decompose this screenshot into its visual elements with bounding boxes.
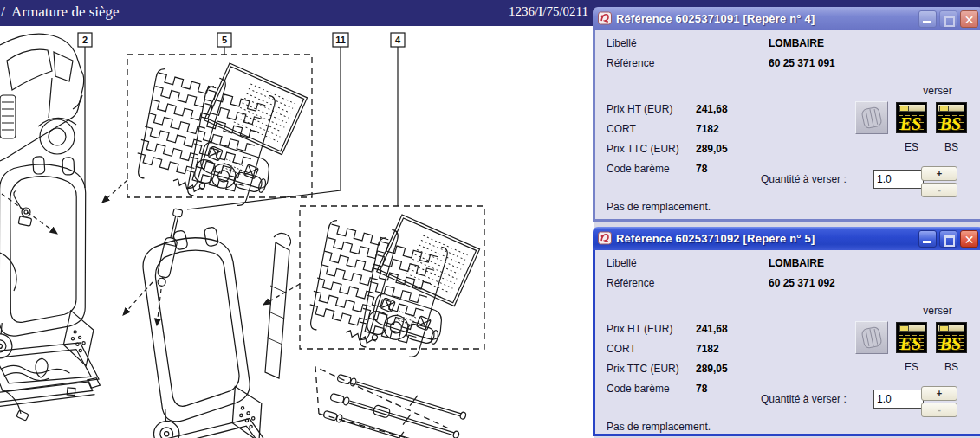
window-app-icon [598, 11, 612, 25]
window-body: Libellé LOMBAIRE Référence 60 25 371 092… [593, 250, 980, 436]
verser-label: verser [899, 305, 977, 317]
gas-strut [155, 208, 185, 287]
seatbelt-bracket [265, 233, 291, 378]
price-ht-label: Prix HT (EUR) [607, 103, 672, 115]
quantity-input[interactable] [873, 170, 924, 189]
bs-label: BS [936, 361, 967, 373]
maximize-button[interactable] [939, 230, 957, 248]
bs-tariff-icon[interactable]: BS [936, 102, 967, 133]
cort-label: CORT [607, 343, 636, 355]
window-body: Libellé LOMBAIRE Référence 60 25 371 091… [593, 30, 980, 222]
verser-label: verser [899, 85, 977, 97]
svg-text:5: 5 [222, 35, 227, 45]
reference-label: Référence [607, 277, 654, 289]
window-titlebar[interactable]: Référence 6025371091 [Repère n° 4] ✕ [593, 7, 980, 30]
callout-2[interactable]: 2 [78, 33, 92, 188]
application-screen: / Armature de siège 1236/I/75/0211 [0, 0, 980, 438]
quantity-plus-button[interactable]: + [921, 166, 957, 181]
es-tariff-icon[interactable]: ES [896, 102, 927, 133]
svg-text:4: 4 [395, 35, 401, 45]
window-title: Référence 6025371091 [Repère n° 4] [616, 12, 815, 25]
close-button[interactable]: ✕ [960, 10, 978, 28]
minimize-button[interactable] [918, 10, 937, 28]
close-button[interactable]: ✕ [960, 230, 978, 248]
no-replacement-text: Pas de remplacement. [607, 421, 711, 433]
libelle-label: Libellé [607, 37, 637, 49]
quantity-input[interactable] [873, 390, 924, 409]
minimize-button[interactable] [918, 230, 937, 248]
seat-frame-diagram: 2 5 11 4 [0, 26, 594, 438]
window-title: Référence 6025371092 [Repère n° 5] [616, 232, 815, 245]
quantity-label: Quantité à verser : [761, 393, 847, 405]
code-bareme-value: 78 [696, 163, 707, 175]
callout-4[interactable]: 4 [391, 33, 405, 206]
reference-value: 60 25 371 092 [769, 277, 835, 289]
cort-value: 7182 [696, 123, 719, 135]
no-replacement-text: Pas de remplacement. [607, 201, 711, 213]
quantity-minus-button: - [921, 183, 957, 197]
misc-left-parts [0, 190, 32, 421]
price-ttc-value: 289,05 [696, 363, 728, 375]
bs-tariff-icon[interactable]: BS [936, 322, 967, 353]
quantity-plus-button[interactable]: + [921, 386, 957, 401]
reference-window-1: Référence 6025371091 [Repère n° 4] ✕ Lib… [593, 7, 980, 222]
pointer-arrows [2, 180, 300, 325]
car-outline [0, 34, 84, 161]
price-ht-label: Prix HT (EUR) [607, 323, 672, 335]
svg-text:11: 11 [335, 35, 346, 45]
price-ttc-label: Prix TTC (EUR) [607, 363, 679, 375]
lumbar-kit-box-1 [127, 55, 312, 210]
quantity-label: Quantité à verser : [761, 173, 847, 185]
catalog-icon-disabled [855, 101, 888, 134]
window-titlebar[interactable]: Référence 6025371092 [Repère n° 5] ✕ [593, 227, 980, 250]
reference-window-2: Référence 6025371092 [Repère n° 5] ✕ Lib… [593, 227, 980, 436]
control-cables [315, 367, 467, 438]
callout-5[interactable]: 5 [217, 33, 231, 55]
plate-number: 1236/I/75/0211 [509, 4, 588, 19]
es-tariff-icon[interactable]: ES [896, 322, 927, 353]
maximize-button[interactable] [939, 10, 957, 28]
reference-value: 60 25 371 091 [769, 57, 835, 69]
price-ttc-value: 289,05 [696, 143, 728, 155]
code-bareme-label: Code barème [607, 383, 670, 395]
libelle-label: Libellé [607, 257, 637, 269]
svg-text:2: 2 [82, 35, 88, 45]
price-ht-value: 241,68 [696, 103, 728, 115]
libelle-value: LOMBAIRE [769, 37, 824, 49]
code-bareme-value: 78 [696, 383, 707, 395]
cort-value: 7182 [696, 343, 719, 355]
parts-diagram-area: 2 5 11 4 [0, 26, 594, 438]
reference-label: Référence [607, 57, 654, 69]
price-ttc-label: Prix TTC (EUR) [607, 143, 679, 155]
cort-label: CORT [607, 123, 636, 135]
breadcrumb-slash: / [1, 3, 5, 21]
libelle-value: LOMBAIRE [769, 257, 824, 269]
lumbar-kit-box-2 [300, 206, 484, 362]
es-label: ES [896, 361, 927, 373]
code-bareme-label: Code barème [607, 163, 670, 175]
page-title: Armature de siège [11, 3, 120, 21]
highlighted-seat-in-car [0, 95, 16, 138]
price-ht-value: 241,68 [696, 323, 728, 335]
es-label: ES [896, 141, 927, 153]
catalog-icon-disabled [855, 321, 888, 354]
seat-frame-left [0, 151, 120, 415]
quantity-minus-button: - [921, 403, 957, 417]
window-app-icon [598, 231, 612, 245]
bs-label: BS [936, 141, 967, 153]
